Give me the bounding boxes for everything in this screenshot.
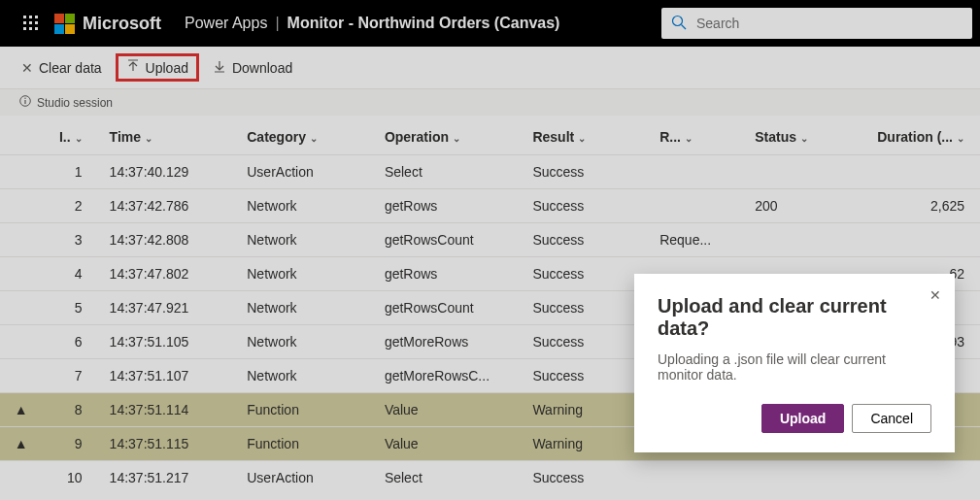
search-input[interactable] — [696, 16, 963, 31]
cell-result: Success — [524, 291, 652, 325]
chevron-down-icon: ⌄ — [145, 133, 152, 144]
microsoft-logo[interactable]: Microsoft — [54, 14, 161, 34]
warning-icon: ▲ — [15, 402, 28, 417]
cell-time: 14:37:42.786 — [102, 189, 240, 223]
table-row[interactable]: 1 14:37:40.129 UserAction Select Success — [0, 155, 980, 189]
dialog-cancel-button[interactable]: Cancel — [852, 404, 931, 433]
chevron-down-icon: ⌄ — [453, 133, 460, 144]
cell-time: 14:37:40.129 — [102, 155, 240, 189]
cell-status — [747, 223, 863, 257]
cell-operation: getRows — [377, 257, 525, 291]
cell-operation: Select — [377, 155, 525, 189]
cell-id: 10 — [43, 461, 102, 495]
col-status[interactable]: Status⌄ — [747, 116, 863, 155]
cell-time: 14:37:51.217 — [102, 461, 240, 495]
upload-label: Upload — [146, 60, 188, 76]
dialog-close-button[interactable]: ✕ — [929, 287, 941, 303]
cell-category: UserAction — [239, 155, 377, 189]
cell-operation: getMoreRowsC... — [377, 359, 525, 393]
search-box[interactable] — [661, 8, 972, 39]
row-status-icon-cell: ▲ — [0, 393, 43, 427]
cell-result: Success — [524, 257, 652, 291]
breadcrumb-separator: | — [275, 15, 279, 32]
svg-point-13 — [24, 98, 25, 99]
table-row[interactable]: 10 14:37:51.217 UserAction Select Succes… — [0, 461, 980, 495]
cell-id: 7 — [43, 359, 102, 393]
chevron-down-icon: ⌄ — [800, 133, 808, 144]
cell-status: 200 — [747, 189, 863, 223]
cell-result: Success — [524, 325, 652, 359]
dialog-body: Uploading a .json file will clear curren… — [658, 351, 931, 383]
cell-category: Network — [239, 359, 377, 393]
col-category[interactable]: Category⌄ — [239, 116, 377, 155]
cell-id: 3 — [43, 223, 102, 257]
svg-rect-0 — [23, 16, 26, 18]
cell-time: 14:37:47.921 — [102, 291, 240, 325]
cell-result: Success — [524, 223, 652, 257]
breadcrumb-app[interactable]: Power Apps — [185, 15, 267, 32]
col-result[interactable]: Result⌄ — [524, 116, 652, 155]
row-status-icon-cell — [0, 189, 43, 223]
cell-category: UserAction — [239, 461, 377, 495]
upload-icon — [126, 59, 140, 76]
row-status-icon-cell — [0, 155, 43, 189]
cell-id: 2 — [43, 189, 102, 223]
cell-status — [747, 155, 863, 189]
cell-result: Success — [524, 359, 652, 393]
col-id[interactable]: I..⌄ — [43, 116, 102, 155]
command-bar: ✕ Clear data Upload Download — [0, 47, 980, 89]
svg-rect-3 — [23, 21, 26, 24]
download-icon — [213, 59, 226, 76]
cell-duration — [863, 223, 980, 257]
clear-data-button[interactable]: ✕ Clear data — [12, 54, 112, 82]
cell-id: 5 — [43, 291, 102, 325]
app-launcher-icon[interactable] — [8, 0, 54, 47]
col-operation[interactable]: Operation⌄ — [377, 116, 525, 155]
warning-icon: ▲ — [15, 436, 28, 451]
cell-duration — [863, 461, 980, 495]
cell-time: 14:37:42.808 — [102, 223, 240, 257]
cell-id: 9 — [43, 427, 102, 461]
close-icon: ✕ — [21, 60, 33, 76]
info-icon — [19, 95, 31, 110]
col-row[interactable]: R...⌄ — [652, 116, 747, 155]
row-status-icon-cell — [0, 359, 43, 393]
svg-rect-1 — [29, 16, 32, 18]
cell-result: Success — [524, 189, 652, 223]
cell-category: Network — [239, 223, 377, 257]
svg-rect-4 — [29, 21, 32, 24]
cell-id: 4 — [43, 257, 102, 291]
cell-id: 8 — [43, 393, 102, 427]
cell-operation: getRowsCount — [377, 291, 525, 325]
cell-operation: Value — [377, 427, 525, 461]
cell-category: Network — [239, 291, 377, 325]
cell-row: Reque... — [652, 223, 747, 257]
svg-rect-6 — [23, 27, 26, 30]
svg-rect-8 — [35, 27, 38, 30]
download-button[interactable]: Download — [203, 53, 302, 82]
svg-rect-2 — [35, 16, 38, 18]
table-row[interactable]: 2 14:37:42.786 Network getRows Success 2… — [0, 189, 980, 223]
cell-result: Warning — [524, 393, 652, 427]
svg-point-9 — [673, 16, 683, 25]
cell-time: 14:37:51.115 — [102, 427, 240, 461]
svg-line-10 — [682, 24, 687, 29]
cell-duration: 2,625 — [863, 189, 980, 223]
dialog-upload-button[interactable]: Upload — [761, 404, 844, 433]
close-icon: ✕ — [929, 287, 941, 303]
col-duration[interactable]: Duration (...⌄ — [863, 116, 980, 155]
cell-operation: getMoreRows — [377, 325, 525, 359]
cell-operation: getRows — [377, 189, 525, 223]
cell-id: 6 — [43, 325, 102, 359]
cell-category: Function — [239, 393, 377, 427]
upload-button[interactable]: Upload — [116, 53, 199, 82]
cell-status — [747, 461, 863, 495]
cell-time: 14:37:47.802 — [102, 257, 240, 291]
col-time[interactable]: Time⌄ — [102, 116, 240, 155]
breadcrumb: Power Apps | Monitor - Northwind Orders … — [185, 15, 559, 32]
cell-category: Network — [239, 257, 377, 291]
brand-text: Microsoft — [83, 14, 161, 34]
cell-result: Success — [524, 461, 652, 495]
table-row[interactable]: 3 14:37:42.808 Network getRowsCount Succ… — [0, 223, 980, 257]
cell-category: Function — [239, 427, 377, 461]
